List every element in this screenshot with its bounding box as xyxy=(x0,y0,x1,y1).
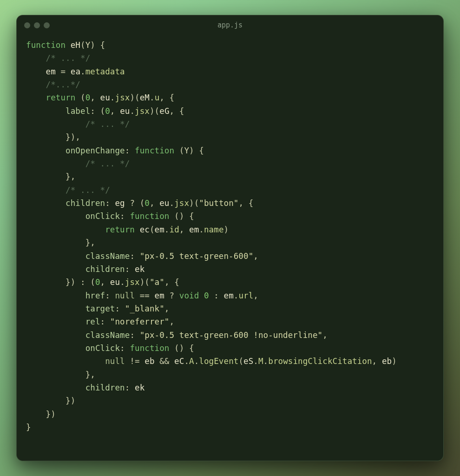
punc: ( xyxy=(238,357,243,366)
op: != xyxy=(125,357,145,366)
member: id xyxy=(170,225,179,234)
window-title: app.js xyxy=(17,21,443,29)
dot: . xyxy=(234,291,239,300)
brace: { xyxy=(100,40,105,50)
dot: . xyxy=(199,225,204,234)
null: null xyxy=(105,357,125,366)
kw-return: return xyxy=(46,93,76,102)
member: url xyxy=(238,291,253,300)
kw-function: function xyxy=(130,212,169,221)
fn-name: eH xyxy=(71,40,80,50)
dot: . xyxy=(150,93,155,102)
member: A xyxy=(189,357,194,366)
code-editor[interactable]: function eH(Y) { /* ... */ em = ea.metad… xyxy=(17,35,443,461)
punc: , xyxy=(179,225,189,234)
prop-key: target xyxy=(85,304,115,313)
kw-function: function xyxy=(26,40,66,50)
ident: eS xyxy=(243,357,253,366)
titlebar: app.js xyxy=(17,15,443,35)
member: jsx xyxy=(115,93,130,102)
member: metadata xyxy=(85,67,125,76)
dot: . xyxy=(80,67,85,76)
ident: eu xyxy=(120,106,130,116)
null: null xyxy=(115,291,135,300)
punc: ? ( xyxy=(125,198,145,208)
kw-function: function xyxy=(135,146,174,155)
punc: , xyxy=(90,93,100,102)
member: name xyxy=(204,225,224,234)
ident: em xyxy=(155,291,164,300)
num: 0 xyxy=(85,93,91,102)
prop-key: className xyxy=(85,251,130,261)
member: browsingClickCitation xyxy=(268,357,372,366)
minimize-icon[interactable] xyxy=(34,22,40,28)
punc: ( xyxy=(174,146,184,155)
comment: /* ... */ xyxy=(85,119,130,129)
num: 0 xyxy=(95,278,100,287)
ident: eG xyxy=(159,106,169,116)
string: "noreferrer" xyxy=(110,317,170,326)
param: Y xyxy=(184,146,189,155)
punc: , xyxy=(110,106,120,116)
punc: ) xyxy=(90,40,95,50)
member: logEvent xyxy=(199,357,238,366)
num: 0 xyxy=(105,106,110,116)
ident: eu xyxy=(110,278,120,287)
prop-key: href xyxy=(85,291,105,300)
ident: ec xyxy=(140,225,150,234)
punc: , xyxy=(253,291,258,300)
punc: ? xyxy=(164,291,179,300)
punc: , xyxy=(322,331,328,340)
punc: : xyxy=(105,291,115,300)
dot: . xyxy=(164,225,170,234)
dot: . xyxy=(130,106,135,116)
punc: , xyxy=(253,251,258,261)
dot: . xyxy=(120,278,125,287)
kw-void: void xyxy=(179,291,199,300)
sp xyxy=(199,291,204,300)
ident: em xyxy=(224,291,234,300)
punc: , xyxy=(100,278,110,287)
prop-key: onClick xyxy=(85,212,120,221)
punc: }, xyxy=(66,172,75,181)
op: && xyxy=(155,357,175,366)
comment: /* ... */ xyxy=(66,185,110,195)
sp xyxy=(135,225,140,234)
ident: em xyxy=(46,67,56,76)
punc: ( xyxy=(80,40,85,50)
prop-key: children xyxy=(85,383,125,392)
punc: : xyxy=(100,317,110,326)
punc: }, xyxy=(85,370,95,379)
ident: eM xyxy=(140,93,150,102)
punc: ) xyxy=(392,357,397,366)
prop-key: children xyxy=(66,198,105,208)
op: == xyxy=(135,291,155,300)
ident: eC xyxy=(174,357,184,366)
close-icon[interactable] xyxy=(24,22,30,28)
punc: )( xyxy=(140,278,150,287)
zoom-icon[interactable] xyxy=(44,22,50,28)
comment: /* ... */ xyxy=(85,159,130,168)
string: "a" xyxy=(150,278,164,287)
ident: ek xyxy=(135,264,145,274)
prop-key: rel xyxy=(85,317,100,326)
punc: , xyxy=(169,317,174,326)
member: jsx xyxy=(125,278,140,287)
punc: : xyxy=(130,331,139,340)
ident: ea xyxy=(71,67,80,76)
punc: : ( xyxy=(90,106,105,116)
punc: , { xyxy=(159,93,174,102)
member: jsx xyxy=(135,106,150,116)
ident: em xyxy=(189,225,199,234)
string: "button" xyxy=(199,198,238,208)
punc: }) : ( xyxy=(66,278,95,287)
prop-key: children xyxy=(85,264,125,274)
punc: }) xyxy=(66,396,75,405)
punc: ) { xyxy=(189,146,204,155)
punc: : xyxy=(120,344,130,353)
string: "px-0.5 text-green-600" xyxy=(140,251,254,261)
kw-function: function xyxy=(130,344,169,353)
ident: em xyxy=(155,225,164,234)
punc: ( xyxy=(150,225,155,234)
param: Y xyxy=(85,40,91,50)
